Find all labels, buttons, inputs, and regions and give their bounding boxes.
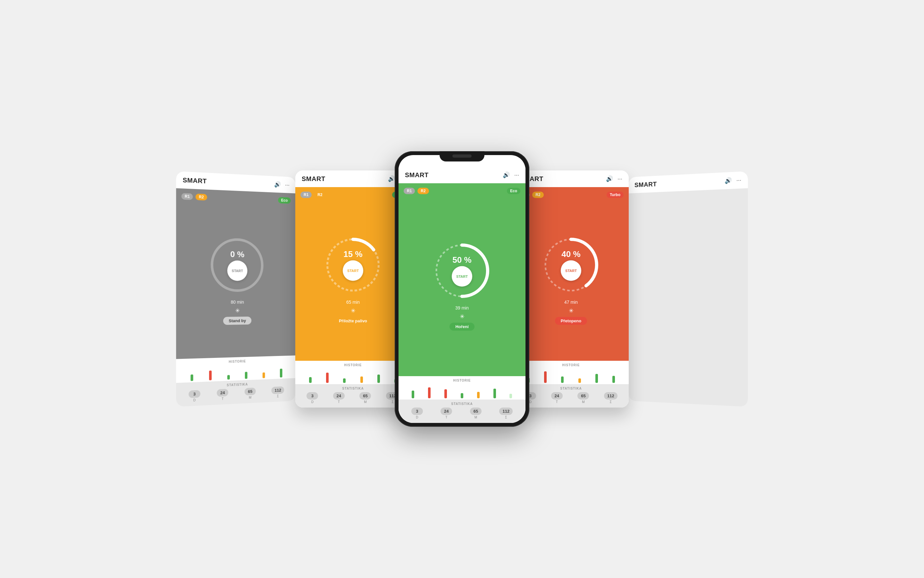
svg-point-7: [460, 295, 464, 298]
header-icons-red: 🔊 ···: [606, 175, 622, 182]
historie-yellow: HISTORIE: [295, 361, 411, 384]
bottom-yellow: HISTORIE STATISTIKA: [295, 361, 411, 408]
tag-r2-red: R2: [532, 192, 543, 198]
bar: [461, 393, 463, 398]
phone-yellow: SMART 🔊 ··· R1 R2 Eco: [295, 170, 411, 408]
pill-label: Σ: [277, 395, 279, 398]
tag-r2-green: R2: [417, 188, 429, 194]
bar: [191, 375, 193, 381]
phone-side-right: SMART 🔊 ···: [628, 171, 748, 407]
stat-pills-red: 3 D 24 T 65 M: [517, 392, 625, 404]
pill-label: Σ: [505, 416, 507, 419]
pill-label: T: [556, 400, 558, 404]
historie-red: HISTORIE: [513, 361, 629, 384]
pill-val: 112: [499, 408, 512, 415]
volume-icon-side-right[interactable]: 🔊: [725, 177, 732, 184]
pill-label: Σ: [392, 400, 394, 404]
gauge-wrapper-gray: 0 % START: [205, 232, 268, 297]
pill-label: D: [529, 400, 532, 404]
tags-gray: R1 R2 Eco: [176, 191, 295, 206]
phones-container: SMART 🔊 ··· R1 R2 Eco: [164, 151, 760, 427]
statistika-label-red: STATISTIKA: [517, 387, 625, 390]
gauge-center-green: 50 % START: [452, 255, 472, 286]
pill-val: 3: [412, 408, 423, 415]
volume-icon-green[interactable]: 🔊: [503, 171, 510, 179]
bar: [428, 387, 431, 398]
gauge-percent-red: 40 %: [561, 249, 580, 259]
app-screen-green: SMART 🔊 ··· R1 R2 Eco: [399, 155, 525, 423]
header-yellow: SMART 🔊 ···: [295, 170, 411, 187]
bar: [561, 377, 564, 383]
bars-green: [403, 384, 521, 398]
pill-label: D: [416, 416, 418, 419]
pill-label: T: [445, 416, 447, 419]
volume-icon-yellow[interactable]: 🔊: [388, 175, 395, 182]
bt-icon-green: ✳: [460, 313, 465, 320]
header-icons-side-right: 🔊 ···: [725, 177, 741, 185]
gauge-percent-green: 50 %: [452, 255, 471, 265]
tag-r1-green: R1: [403, 188, 415, 194]
bars-yellow: [300, 369, 405, 383]
gauge-time-yellow: 65 min: [346, 300, 360, 305]
header-icons-green: 🔊 ···: [503, 171, 519, 179]
pill-label: T: [221, 397, 223, 401]
stat-pill: 65 M: [578, 392, 589, 404]
tags-red: R1 R2 Turbo: [513, 190, 629, 200]
bar: [227, 375, 230, 379]
status-badge-gray: Stand by: [223, 316, 252, 325]
notch: [439, 151, 485, 161]
app-title-yellow: SMART: [302, 175, 325, 183]
more-icon-red[interactable]: ···: [618, 175, 622, 182]
header-icons-gray: 🔊 ···: [274, 181, 290, 188]
stat-pill: 24 T: [217, 389, 228, 401]
stat-pills-yellow: 3 D 24 T 65 M: [299, 392, 407, 404]
statistika-label-green: STATISTIKA: [402, 402, 522, 406]
stat-pill: 24 T: [333, 392, 345, 404]
pill-val: 3: [306, 392, 318, 399]
more-icon-green[interactable]: ···: [514, 172, 519, 179]
pill-val: 65: [470, 408, 482, 415]
pill-val: 24: [441, 408, 452, 415]
start-btn-gray[interactable]: START: [227, 260, 247, 281]
start-btn-red[interactable]: START: [561, 260, 581, 281]
statistika-red: STATISTIKA 3 D 24 T 65: [513, 384, 629, 408]
more-icon-side-right[interactable]: ···: [737, 177, 741, 183]
stat-pill: 24 T: [551, 392, 563, 404]
app-screen-gray: SMART 🔊 ··· R1 R2 Eco: [176, 171, 295, 407]
app-title-green: SMART: [405, 171, 429, 179]
gauge-time-gray: 80 min: [231, 299, 244, 304]
stat-pill: 3 D: [412, 408, 423, 419]
bar: [578, 378, 581, 383]
header-green: SMART 🔊 ···: [399, 167, 525, 183]
main-side-right: [628, 188, 748, 407]
gauge-wrapper-green: 50 % START: [430, 239, 494, 303]
stat-pill: 112 Σ: [272, 386, 284, 398]
gauge-percent-gray: 0 %: [230, 249, 244, 259]
stat-pill: 65 M: [360, 392, 371, 404]
main-yellow: R1 R2 Eco 1: [295, 187, 411, 361]
volume-icon-gray[interactable]: 🔊: [274, 181, 281, 188]
gauge-time-red: 47 min: [564, 300, 578, 305]
start-btn-yellow[interactable]: START: [343, 260, 363, 281]
statistika-yellow: STATISTIKA 3 D 24 T 65: [295, 384, 411, 408]
pill-label: Σ: [610, 400, 612, 404]
stat-pill: 24 T: [441, 408, 452, 419]
status-badge-yellow: Přiložte palivo: [333, 317, 373, 325]
bar: [412, 391, 414, 398]
pill-val: 24: [333, 392, 345, 399]
gauge-center-yellow: 15 % START: [343, 249, 363, 281]
statistika-green: STATISTIKA 3 D 24 T: [399, 399, 525, 423]
pill-label: D: [193, 398, 195, 402]
header-red: SMART 🔊 ···: [513, 170, 629, 187]
pill-val: 65: [578, 392, 589, 399]
app-title-side-right: SMART: [634, 180, 657, 189]
pill-val: 65: [245, 388, 256, 395]
start-btn-green[interactable]: START: [452, 266, 472, 286]
stat-pills-green: 3 D 24 T 65 M: [402, 408, 522, 419]
phone-red: SMART 🔊 ··· R1 R2 Turbo: [513, 170, 629, 408]
bottom-gray: HISTORIE STATISTIKA: [176, 355, 295, 407]
volume-icon-red[interactable]: 🔊: [606, 175, 613, 182]
app-screen-red: SMART 🔊 ··· R1 R2 Turbo: [513, 170, 629, 408]
bar: [245, 372, 247, 379]
more-icon-gray[interactable]: ···: [285, 182, 290, 188]
